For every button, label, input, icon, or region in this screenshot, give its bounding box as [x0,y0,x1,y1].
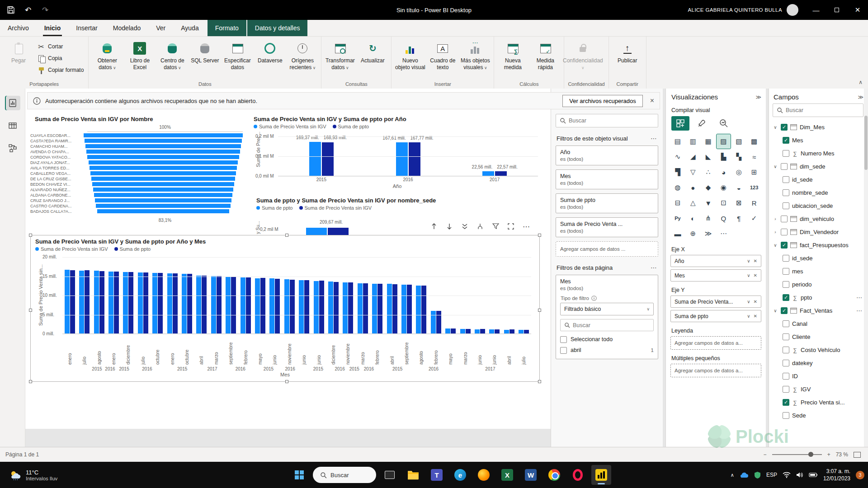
report-canvas[interactable]: Suma de Precio Venta sin IGV por Nombre … [25,89,551,429]
ribbon-collapse-icon[interactable]: ∧ [859,79,863,485]
field-row-sede[interactable]: Sede [773,409,863,422]
bar-ppto[interactable] [524,330,529,333]
bar-cluster[interactable] [223,277,238,333]
scatter-chart-icon[interactable]: ∴ [701,165,716,179]
waterfall-chart-icon[interactable]: ▜ [670,165,685,179]
filter-value-search[interactable] [560,319,654,331]
slicer-icon[interactable]: ▼ [701,196,716,210]
edge-taskbar-icon[interactable]: e [450,465,470,485]
word-taskbar-icon[interactable]: W [521,465,541,485]
area-chart-icon[interactable]: ◢ [686,150,700,164]
bar-ppto[interactable] [509,329,514,333]
ribbon-button-especificar-datos[interactable]: Especificar datos [222,38,253,76]
bar-precio-venta[interactable] [269,278,274,333]
save-icon[interactable] [6,5,15,14]
card-icon[interactable]: 123 [747,180,761,195]
bar-precio-venta[interactable] [167,273,172,333]
checkbox-icon[interactable] [783,347,789,353]
bar-ppto[interactable] [480,329,485,333]
bar-cluster[interactable] [238,277,253,333]
clustered-column-chart-icon[interactable]: ▨ [717,134,731,149]
paginated-report-icon[interactable]: ▬ [670,226,685,241]
checkbox-icon[interactable] [783,333,789,340]
funnel-bar[interactable] [85,144,241,148]
filter-card-suma-de-precio-venta[interactable]: Suma de Precio Venta ...es (todos) [556,217,658,237]
resize-handle[interactable] [538,234,541,237]
bar-cluster[interactable] [209,276,223,333]
checkbox-icon[interactable] [783,268,789,275]
funnel-bar[interactable] [96,204,230,208]
bar-precio-venta[interactable] [396,142,408,176]
checkbox-icon[interactable] [560,347,567,354]
bar-cluster[interactable] [487,329,502,333]
maximize-button[interactable] [826,0,847,20]
filters-icon[interactable] [491,222,500,230]
ribbon-button-copiar-formato[interactable]: Copiar formato [35,66,85,75]
bar-ppto[interactable] [85,270,90,333]
table-row-fact-presupuestos[interactable]: ∨✓fact_Presupuestos [773,239,863,252]
funnel-bar[interactable] [87,155,239,159]
report-view-button[interactable] [5,96,20,110]
security-shield-icon[interactable] [754,471,761,479]
bar-ppto[interactable] [319,281,324,333]
filled-map-icon[interactable]: ● [686,180,700,195]
firefox-taskbar-icon[interactable] [474,465,494,485]
expand-all-icon[interactable] [476,222,484,230]
checkbox-icon[interactable]: ✓ [783,137,789,144]
minimize-button[interactable]: — [806,0,826,20]
bar-precio-venta[interactable] [79,271,84,333]
bar-precio-venta[interactable] [401,285,406,333]
bar-precio-venta[interactable] [489,329,494,333]
checkbox-icon[interactable] [781,229,788,235]
bar-ppto[interactable] [128,272,133,333]
opera-taskbar-icon[interactable] [568,465,588,485]
visual-columns-anio-mes-selected[interactable]: Suma de Precio Venta sin IGV y Suma de p… [30,235,540,382]
funnel-bar[interactable] [95,198,231,202]
bar-precio-venta[interactable] [255,278,260,333]
power-automate-icon[interactable]: ≫ [701,226,716,241]
clock[interactable]: 3:07 a. m. 12/01/2023 [823,468,850,482]
filter-card-mes[interactable]: Meses (todos) [556,169,658,189]
chevron-down-icon[interactable]: ∨ [747,314,750,319]
field-row-id[interactable]: ID [773,370,863,383]
bar-precio-venta[interactable] [299,280,304,333]
checkbox-icon[interactable] [781,216,788,222]
resize-handle[interactable] [285,380,288,383]
line-and-clustered-column-chart-icon[interactable]: ▚ [731,150,746,164]
bar-cluster[interactable] [311,281,326,333]
table-row-dim-vehiculo[interactable]: ›dim_vehiculo [773,212,863,225]
checkbox-icon[interactable] [783,360,789,366]
task-view-taskbar-icon[interactable] [380,465,400,485]
filter-option-seleccionar-todo[interactable]: Seleccionar todo [560,334,654,345]
funnel-bar[interactable] [86,150,240,154]
menu-tab-formato[interactable]: Formato [208,20,246,36]
ribbon-button-cuadro-de-texto[interactable]: Cuadro de texto [427,38,458,76]
checkbox-icon[interactable] [783,320,789,327]
bar-precio-venta[interactable] [416,286,421,333]
hidden-icons-chevron[interactable]: ∧ [731,472,734,478]
checkbox-icon[interactable] [783,412,789,419]
bar-cluster[interactable] [472,329,487,333]
remove-field-icon[interactable]: ✕ [754,258,757,263]
bar-ppto[interactable] [377,284,382,333]
page-filter-card-mes[interactable]: Mes es (todos) Tipo de filtro Filtrado b… [556,275,658,359]
bar-ppto[interactable] [392,284,397,333]
visual-columns-por-sede[interactable]: Suma de ppto y Suma de Precio Venta sin … [252,194,545,238]
stacked-column-chart-icon[interactable]: ▥ [686,134,700,149]
table-row-dim-mes[interactable]: ∨✓Dim_Mes [773,121,863,134]
field-row-igv[interactable]: ∑IGV [773,383,863,396]
funnel-bar[interactable] [84,133,243,137]
bar-cluster[interactable] [282,279,297,333]
bar-cluster[interactable] [341,282,355,333]
onedrive-icon[interactable] [740,472,749,478]
remove-field-icon[interactable]: ✕ [754,299,757,304]
menu-tab-datos-y-detalles[interactable]: Datos y detalles [247,20,308,36]
drill-up-icon[interactable] [430,222,438,230]
bar-precio-venta[interactable] [309,142,321,176]
bar-cluster[interactable] [517,330,531,333]
power-apps-icon[interactable]: ⊕ [686,226,700,241]
small-multiples-well-placeholder[interactable]: Agregar campos de datos a... [670,364,761,377]
tab-format-visual[interactable] [693,116,711,131]
field-row-ppto[interactable]: ✓∑ppto⋯ [773,291,863,304]
collapse-panel-icon[interactable]: ≫ [755,94,761,100]
